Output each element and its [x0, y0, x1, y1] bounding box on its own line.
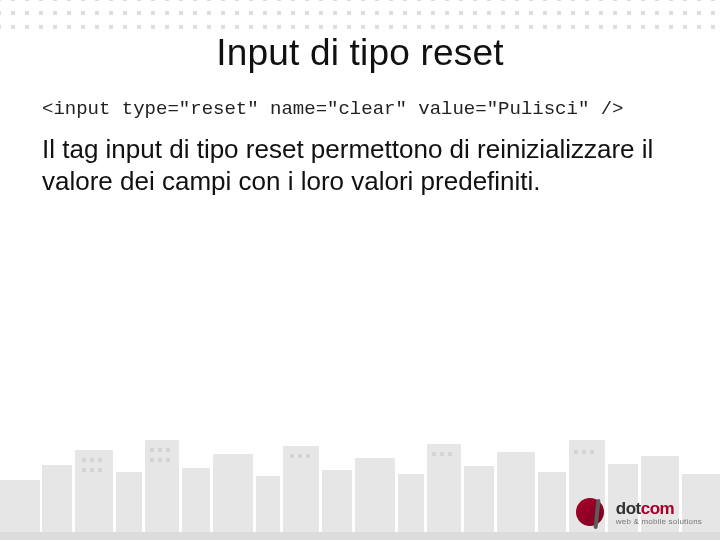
- body-paragraph: Il tag input di tipo reset permettono di…: [42, 134, 678, 197]
- code-example: <input type="reset" name="clear" value="…: [42, 98, 678, 120]
- logo-tagline: web & mobile solutions: [616, 518, 702, 526]
- logo-brand-suffix: com: [641, 499, 674, 518]
- slide-title: Input di tipo reset: [42, 32, 678, 74]
- logo-brand-text: dotcom: [616, 500, 702, 517]
- logo-brand-prefix: dot: [616, 499, 641, 518]
- logo-mark-icon: [576, 496, 610, 530]
- slide-content: Input di tipo reset <input type="reset" …: [0, 0, 720, 540]
- footer-logo: dotcom web & mobile solutions: [576, 496, 702, 530]
